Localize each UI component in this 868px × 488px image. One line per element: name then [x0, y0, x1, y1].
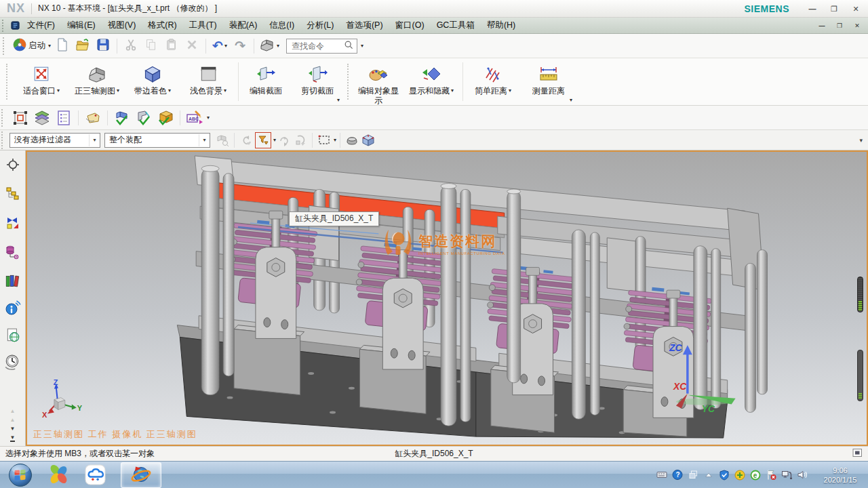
chevron-down-icon[interactable] — [361, 43, 363, 49]
open-file-button[interactable] — [74, 37, 92, 56]
edit-section-button[interactable]: 编辑截面 — [241, 58, 291, 105]
window-tile-icon[interactable] — [852, 448, 863, 460]
layer-visible-button[interactable] — [33, 109, 51, 127]
volume-icon[interactable] — [797, 470, 808, 481]
chevron-down-icon[interactable] — [207, 115, 210, 121]
snap-point-button[interactable] — [12, 109, 29, 127]
start-button[interactable] — [8, 463, 33, 487]
clip-section-button[interactable]: 剪切截面 — [291, 58, 344, 105]
part-navigator-icon[interactable] — [4, 243, 22, 261]
toolbar-grip[interactable] — [3, 37, 7, 55]
toolbar-overflow-button[interactable] — [859, 137, 863, 144]
graphics-window[interactable]: ZC XC YC Z Y X 缸头夹具_ID506_X_T — [26, 150, 868, 446]
verify-cube-button[interactable] — [157, 109, 174, 127]
toolbar-grip[interactable] — [6, 64, 10, 100]
mdi-close-button[interactable] — [852, 20, 863, 31]
toolbar-grip[interactable] — [1, 109, 5, 127]
search-input[interactable] — [290, 41, 343, 52]
fit-window-button[interactable]: 适合窗口 — [14, 58, 69, 105]
show-hide-button[interactable]: 显示和隐藏 — [402, 58, 460, 105]
action-center-icon[interactable] — [766, 470, 776, 481]
scroll-down-icon[interactable]: ▼ — [10, 426, 16, 432]
previous-filter-button[interactable] — [239, 133, 254, 148]
menu-item-preferences[interactable]: 首选项(P) — [340, 18, 389, 33]
annotation-edit-button[interactable]: ABC — [186, 109, 203, 127]
menu-item-edit[interactable]: 编辑(E) — [61, 18, 102, 33]
menu-item-information[interactable]: 信息(I) — [263, 18, 300, 33]
select-in-assembly-button[interactable] — [215, 133, 230, 148]
edit-object-display-button[interactable]: 编辑对象显 示 — [355, 58, 402, 105]
paste-button[interactable] — [163, 37, 180, 56]
viewport-slider[interactable] — [857, 350, 863, 401]
help-tray-icon[interactable]: ? — [672, 470, 683, 481]
pinned-app-netdisk[interactable] — [85, 464, 106, 485]
menu-item-file[interactable]: 文件(F) — [21, 18, 61, 33]
mdi-restore-button[interactable] — [834, 20, 845, 31]
constraint-navigator-icon[interactable] — [4, 214, 22, 232]
layer-settings-button[interactable] — [55, 109, 73, 127]
start-button[interactable]: 启动 — [12, 37, 51, 56]
pinned-app-pinwheel[interactable] — [47, 464, 70, 486]
browser-tray-icon[interactable]: e — [750, 470, 761, 481]
model-canvas[interactable]: ZC XC YC Z Y X — [27, 152, 867, 445]
assembly-navigator-icon[interactable] — [4, 185, 22, 203]
verify-block-button[interactable] — [113, 109, 131, 127]
close-button[interactable] — [850, 3, 861, 14]
verify-angle-button[interactable] — [135, 109, 153, 127]
selection-scope-dropdown[interactable]: 整个装配 — [104, 133, 210, 148]
render-style-button[interactable] — [344, 133, 359, 148]
hd3d-info-icon[interactable] — [4, 300, 22, 317]
rotate-filter-button[interactable] — [277, 133, 292, 148]
redo-button[interactable]: ↷ — [231, 37, 249, 56]
selection-filter-dropdown[interactable]: 没有选择过滤器 — [9, 133, 100, 148]
web-browser-icon[interactable] — [4, 327, 22, 344]
chevron-down-icon[interactable] — [273, 137, 276, 143]
tag-note-button[interactable] — [84, 109, 102, 127]
light-background-button[interactable]: 浅色背景 — [180, 58, 236, 105]
isometric-view-button[interactable]: 正三轴测图 — [69, 58, 125, 105]
menu-item-window[interactable]: 窗口(O) — [389, 18, 431, 33]
restore-button[interactable] — [829, 3, 840, 14]
tray-expand-icon[interactable] — [703, 470, 714, 481]
pick-filter-button[interactable] — [293, 133, 308, 148]
cut-button[interactable] — [122, 37, 140, 56]
menu-item-format[interactable]: 格式(R) — [142, 18, 182, 33]
menu-item-analysis[interactable]: 分析(L) — [300, 18, 340, 33]
toolbar-grip[interactable] — [2, 20, 6, 32]
simple-distance-button[interactable]: 简单距离 — [465, 58, 521, 105]
copy-button[interactable] — [142, 37, 160, 56]
minimize-button[interactable] — [807, 3, 818, 14]
measure-distance-button[interactable]: 测量距离 — [521, 58, 576, 105]
menu-item-help[interactable]: 帮助(H) — [481, 18, 521, 33]
undo-button[interactable]: ↶ — [211, 37, 229, 56]
save-button[interactable] — [94, 37, 112, 56]
reuse-library-icon[interactable] — [4, 272, 22, 290]
view-orient-button[interactable] — [259, 37, 279, 56]
menu-item-view[interactable]: 视图(V) — [102, 18, 142, 33]
menu-item-tools[interactable]: 工具(T) — [183, 18, 223, 33]
roles-gear-icon[interactable] — [4, 156, 22, 174]
menu-item-gc-toolbox[interactable]: GC工具箱 — [431, 18, 481, 33]
antivirus-icon[interactable] — [734, 470, 745, 481]
window-switch-icon[interactable] — [688, 470, 698, 481]
delete-button[interactable] — [183, 37, 201, 56]
history-icon[interactable] — [4, 354, 22, 371]
toolbar-grip[interactable] — [347, 64, 351, 100]
taskbar-clock[interactable]: 9:06 2020/1/15 — [818, 466, 863, 485]
input-method-icon[interactable] — [656, 470, 667, 481]
shaded-with-edges-button[interactable]: 带边着色 — [125, 58, 180, 105]
mdi-minimize-button[interactable] — [816, 20, 827, 31]
new-file-button[interactable] — [54, 37, 71, 56]
chevron-down-icon[interactable] — [334, 137, 336, 143]
filter-add-button[interactable] — [255, 132, 271, 148]
taskbar-nx-app-button[interactable] — [121, 462, 161, 488]
network-icon[interactable] — [781, 470, 792, 481]
toolbar-grip[interactable] — [1, 131, 5, 149]
command-search[interactable] — [286, 39, 357, 54]
security-shield-icon[interactable] — [719, 470, 730, 481]
scroll-bottom-icon[interactable]: ▼ — [10, 435, 16, 442]
menu-item-assemblies[interactable]: 装配(A) — [223, 18, 264, 33]
marquee-select-button[interactable] — [317, 133, 332, 148]
viewport-slider[interactable] — [857, 277, 863, 312]
work-section-cube-button[interactable] — [361, 133, 376, 148]
